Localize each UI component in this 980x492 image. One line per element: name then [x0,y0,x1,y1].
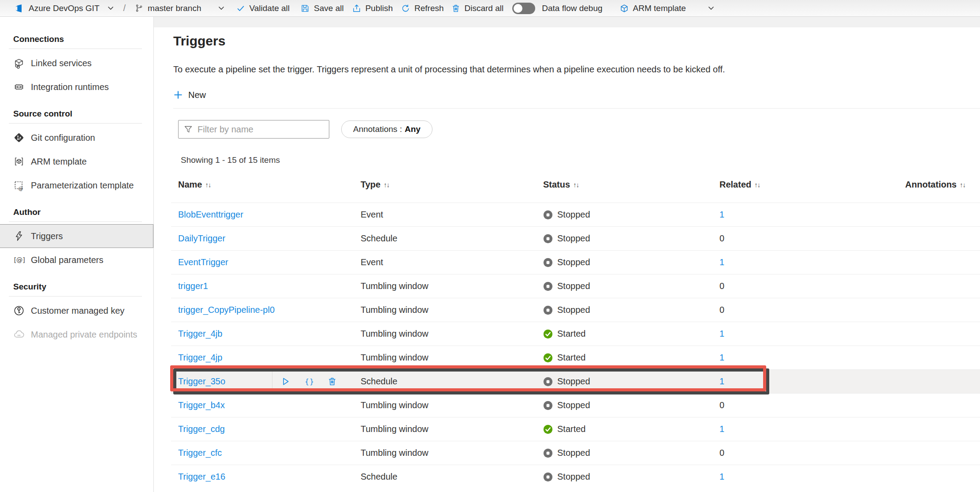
new-trigger-button[interactable]: New [173,89,226,101]
validate-all-button[interactable]: Validate all [236,4,290,13]
status-label: Stopped [557,400,590,410]
trigger-name-link[interactable]: Trigger_35o [178,376,225,387]
trigger-name-link[interactable]: BlobEventtrigger [178,210,243,220]
related-count[interactable]: 1 [719,257,724,267]
trigger-name-link[interactable]: Trigger_cdg [178,424,225,434]
trigger-name-link[interactable]: Trigger_4jb [178,329,222,339]
branch-chevron-down-icon[interactable] [218,6,224,10]
code-view-button[interactable]: {} [304,376,314,387]
status-stopped-icon [543,448,553,458]
sidebar-item-label: Git configuration [31,133,95,143]
top-toolbar: Azure DevOps GIT / master branch Validat… [0,0,980,17]
name-cell: EventTrigger [171,251,354,274]
related-cell: 1 [712,322,862,346]
table-row[interactable]: Trigger_cdgTumbling windowStarted1 [171,417,980,441]
table-row[interactable]: Trigger_35o{}ScheduleStopped1 [171,369,980,393]
trigger-type: Tumbling window [361,448,429,458]
trigger-name-link[interactable]: Trigger_b4x [178,400,225,410]
column-header-related[interactable]: Related↑↓ [712,180,862,190]
name-cell: trigger1 [171,274,354,298]
repo-chevron-down-icon[interactable] [108,6,114,10]
repo-label: Azure DevOps GIT [29,4,100,13]
sidebar-item-triggers[interactable]: Triggers [0,224,153,248]
status-started-icon [543,424,553,434]
trigger-type: Tumbling window [361,424,429,434]
main-panel: Triggers To execute a pipeline set the t… [154,17,980,492]
sidebar-item-arm-template[interactable]: ARM template [0,150,153,173]
left-sidebar: ConnectionsLinked servicesIntegration ru… [0,17,154,492]
table-row[interactable]: trigger_CopyPipeline-pl0Tumbling windowS… [171,298,980,322]
annotations-cell [862,227,973,250]
column-header-label: Related [719,180,751,190]
related-count[interactable]: 1 [719,353,724,363]
table-row[interactable]: Trigger_4jpTumbling windowStarted1 [171,346,980,369]
arm-template-icon [619,4,629,13]
related-count[interactable]: 1 [719,329,724,339]
showing-count-text: Showing 1 - 15 of 15 items [181,155,980,165]
related-count[interactable]: 1 [719,210,724,220]
status-label: Started [557,353,585,363]
table-header: Name↑↓Type↑↓Status↑↓Related↑↓Annotations… [171,175,980,194]
trigger-name-link[interactable]: Trigger_e16 [178,472,225,482]
save-all-button[interactable]: Save all [300,4,344,13]
arm-template-chevron-down-icon[interactable] [708,6,714,10]
managed-private-endpoints-icon [13,329,25,340]
discard-all-label: Discard all [465,4,504,13]
related-cell: 1 [712,370,862,393]
column-header-status[interactable]: Status↑↓ [536,180,712,190]
status-cell: Started [536,322,712,346]
table-row[interactable]: Trigger_cfcTumbling windowStopped0 [171,441,980,465]
sidebar-item-git-configuration[interactable]: Git configuration [0,126,153,150]
table-row[interactable]: trigger1Tumbling windowStopped0 [171,274,980,298]
sidebar-item-label: Linked services [31,58,92,68]
status-started-icon [543,329,553,339]
arm-template-menu[interactable]: ARM template [619,4,686,13]
trigger-name-link[interactable]: trigger1 [178,281,208,291]
trigger-name-link[interactable]: DailyTrigger [178,233,225,244]
table-row[interactable]: EventTriggerEventStopped1 [171,250,980,274]
related-count[interactable]: 1 [719,472,724,482]
column-header-annotations[interactable]: Annotations↑↓ [862,180,973,190]
related-count[interactable]: 1 [719,376,724,387]
sidebar-item-managed-private-endpoints[interactable]: Managed private endpoints [0,323,153,346]
trigger-name-link[interactable]: EventTrigger [178,257,228,267]
table-row[interactable]: Trigger_4jbTumbling windowStarted1 [171,322,980,346]
trigger-name-link[interactable]: Trigger_4jp [178,353,222,363]
related-cell: 1 [712,251,862,274]
table-row[interactable]: Trigger_b4xTumbling windowStopped0 [171,393,980,417]
table-row[interactable]: BlobEventtriggerEventStopped1 [171,203,980,226]
run-trigger-button[interactable] [280,376,291,387]
status-started-icon [543,353,553,363]
sidebar-item-customer-managed-key[interactable]: Customer managed key [0,299,153,323]
annotations-filter-pill[interactable]: Annotations : Any [341,120,432,138]
publish-button[interactable]: Publish [352,4,393,13]
discard-all-button[interactable]: Discard all [451,4,504,13]
related-count[interactable]: 1 [719,424,724,434]
status-label: Stopped [557,376,590,387]
repo-selector[interactable]: Azure DevOps GIT [14,3,100,14]
column-header-type[interactable]: Type↑↓ [354,180,536,190]
sidebar-item-integration-runtimes[interactable]: Integration runtimes [0,75,153,99]
trigger-name-link[interactable]: Trigger_cfc [178,448,222,458]
page-title: Triggers [173,34,980,49]
delete-trigger-button[interactable] [327,376,337,387]
branch-selector[interactable]: master branch [134,4,201,13]
related-count: 0 [719,233,724,244]
refresh-button[interactable]: Refresh [401,4,444,13]
sidebar-section: SecurityCustomer managed keyManaged priv… [0,281,153,346]
triggers-icon [13,230,25,242]
trigger-name-link[interactable]: trigger_CopyPipeline-pl0 [178,305,275,315]
annotations-cell [862,322,973,346]
table-row[interactable]: DailyTriggerScheduleStopped0 [171,226,980,250]
filter-input[interactable] [197,124,324,135]
column-header-name[interactable]: Name↑↓ [171,180,354,190]
table-row[interactable]: Trigger_e16ScheduleStopped1 [171,465,980,488]
type-cell: Tumbling window [354,274,536,298]
status-label: Started [557,424,585,434]
sidebar-item-linked-services[interactable]: Linked services [0,51,153,75]
annotations-cell [862,274,973,298]
sidebar-item-global-parameters[interactable]: [@]Global parameters [0,248,153,272]
sidebar-item-parameterization-template[interactable]: @Parameterization template [0,173,153,197]
dataflow-debug-toggle[interactable] [512,3,535,14]
name-cell: Trigger_cfc [171,441,354,465]
